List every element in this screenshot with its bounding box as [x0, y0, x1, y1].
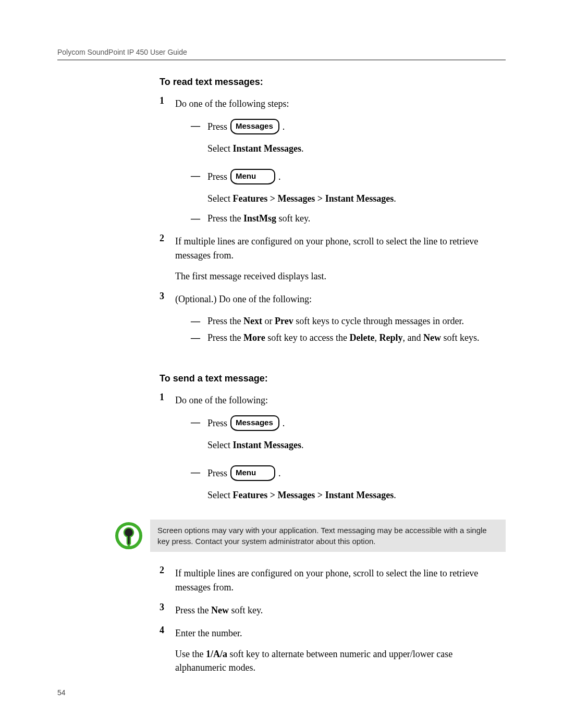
page: Polycom SoundPoint IP 450 User Guide To … — [0, 0, 563, 728]
text: soft key. — [276, 213, 310, 224]
period: . — [394, 193, 396, 204]
menu-button[interactable]: Menu — [230, 169, 275, 184]
messages-button[interactable]: Messages — [230, 119, 279, 134]
step-number: 1 — [160, 94, 169, 228]
select-label: Select — [207, 490, 230, 500]
pin-icon — [115, 522, 143, 550]
step-number: 1 — [160, 390, 169, 508]
subitem: — Press Menu . Select — [191, 169, 506, 208]
send-step-3: 3 Press the New soft key. — [160, 600, 506, 620]
section-title-send: To send a text message: — [160, 372, 506, 385]
press-label: Press — [207, 416, 227, 430]
page-number: 54 — [57, 688, 66, 697]
press-label: Press — [207, 120, 227, 133]
header-rule — [57, 59, 506, 60]
content-area: To read text messages: 1 Do one of the f… — [160, 75, 506, 677]
period: . — [301, 440, 304, 450]
button-label: Menu — [236, 170, 256, 182]
select-target: Instant Messages — [232, 143, 301, 154]
messages-button[interactable]: Messages — [230, 415, 279, 431]
dash-icon: — — [191, 331, 200, 344]
send-steps: 1 Do one of the following: — Press Messa… — [160, 390, 506, 508]
send-step-2: 2 If multiple lines are configured on yo… — [160, 563, 506, 597]
select-label: Select — [207, 193, 230, 204]
dash-icon: — — [191, 465, 200, 479]
select-label: Select — [207, 143, 230, 154]
period: . — [283, 120, 285, 133]
step-text: (Optional.) Do one of the following: — [175, 292, 506, 306]
button-label: Messages — [236, 417, 273, 428]
read-step-3: 3 (Optional.) Do one of the following: —… — [160, 289, 506, 348]
dash-icon: — — [191, 169, 200, 182]
subitem: — Press Menu . Select — [191, 465, 506, 505]
running-header: Polycom SoundPoint IP 450 User Guide — [57, 48, 506, 59]
menu-button[interactable]: Menu — [230, 465, 275, 481]
step-number: 2 — [160, 563, 169, 597]
select-target: Features > Messages > Instant Messages — [232, 490, 394, 500]
step-text: The first message received displays last… — [175, 269, 506, 283]
select-label: Select — [207, 440, 230, 450]
softkey-name: InstMsg — [243, 213, 276, 224]
subitem: — Press Messages . Sel — [191, 415, 506, 455]
send-steps-cont: 2 If multiple lines are configured on yo… — [160, 563, 506, 677]
select-target: Instant Messages — [232, 440, 301, 450]
dash-icon: — — [191, 415, 200, 429]
subitem: — Press the InstMsg soft key. — [191, 212, 506, 225]
note-text: Screen options may vary with your applic… — [150, 520, 506, 552]
subitem: — Press Messages . Sel — [191, 119, 506, 158]
dash-icon: — — [191, 314, 200, 328]
send-step-1: 1 Do one of the following: — Press Messa… — [160, 390, 506, 508]
step-text: If multiple lines are configured on your… — [175, 566, 506, 594]
note: Screen options may vary with your applic… — [115, 520, 506, 552]
dash-icon: — — [191, 119, 200, 132]
period: . — [283, 416, 285, 430]
period: . — [278, 170, 281, 183]
dash-icon: — — [191, 212, 200, 225]
step-text: Do one of the following steps: — [175, 97, 506, 110]
send-step-4: 4 Enter the number. Use the 1/A/a soft k… — [160, 623, 506, 677]
text: Press the — [207, 213, 243, 224]
subitem: — Press the Next or Prev soft keys to cy… — [191, 314, 506, 328]
select-target: Features > Messages > Instant Messages — [232, 193, 394, 204]
button-label: Messages — [236, 120, 273, 132]
period: . — [278, 466, 281, 480]
step-number: 3 — [160, 600, 169, 620]
step-text: Enter the number. — [175, 626, 506, 640]
section-title-read: To read text messages: — [160, 75, 506, 89]
step-number: 4 — [160, 623, 169, 677]
press-label: Press — [207, 466, 227, 480]
read-step-2: 2 If multiple lines are configured on yo… — [160, 231, 506, 286]
press-label: Press — [207, 170, 227, 183]
period: . — [394, 490, 396, 500]
step-number: 2 — [160, 231, 169, 286]
step-number: 3 — [160, 289, 169, 348]
read-step-1: 1 Do one of the following steps: — Press — [160, 94, 506, 228]
step-text: If multiple lines are configured on your… — [175, 235, 506, 262]
read-steps: 1 Do one of the following steps: — Press — [160, 94, 506, 348]
button-label: Menu — [236, 467, 256, 478]
period: . — [301, 143, 304, 154]
step-text: Do one of the following: — [175, 393, 506, 407]
subitem: — Press the More soft key to access the … — [191, 331, 506, 344]
